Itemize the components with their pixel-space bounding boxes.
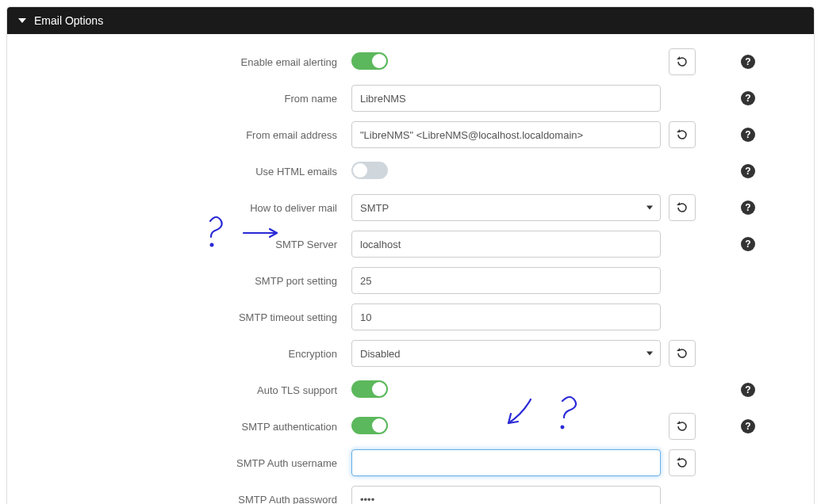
reset-button[interactable]	[669, 340, 696, 367]
row-smtp-timeout: SMTP timeout setting	[26, 304, 795, 330]
label-smtp-port: SMTP port setting	[26, 275, 343, 287]
row-smtp-auth: SMTP authentication ?	[26, 413, 795, 440]
smtp-server-input[interactable]	[351, 231, 661, 258]
label-use-html: Use HTML emails	[26, 166, 343, 178]
smtp-port-input[interactable]	[351, 267, 661, 294]
from-email-input[interactable]	[351, 121, 661, 148]
help-icon[interactable]: ?	[741, 91, 755, 105]
refresh-icon	[676, 128, 689, 141]
help-icon[interactable]: ?	[741, 419, 755, 433]
row-deliver: How to deliver mail SMTP ?	[26, 194, 795, 221]
help-icon[interactable]: ?	[741, 164, 755, 178]
encryption-select[interactable]: Disabled	[351, 340, 661, 367]
refresh-icon	[676, 347, 689, 360]
label-encryption: Encryption	[26, 348, 343, 360]
chevron-down-icon	[18, 18, 26, 23]
row-auto-tls: Auto TLS support ?	[26, 376, 795, 403]
panel-title: Email Options	[34, 14, 103, 27]
row-use-html: Use HTML emails ?	[26, 158, 795, 185]
row-auth-user: SMTP Auth username	[26, 449, 795, 476]
email-options-panel: Email Options Enable email alerting ? Fr…	[6, 6, 815, 504]
toggle-auto-tls[interactable]	[351, 380, 388, 398]
panel-header[interactable]: Email Options	[7, 7, 814, 34]
help-icon[interactable]: ?	[741, 55, 755, 69]
label-auth-pass: SMTP Auth password	[26, 494, 343, 505]
panel-body: Enable email alerting ? From name ?	[7, 34, 814, 504]
label-auto-tls: Auto TLS support	[26, 384, 343, 396]
auth-user-input[interactable]	[351, 449, 661, 476]
reset-button[interactable]	[669, 194, 696, 221]
toggle-enable-alerting[interactable]	[351, 52, 388, 70]
help-icon[interactable]: ?	[741, 383, 755, 397]
toggle-use-html[interactable]	[351, 162, 388, 179]
row-encryption: Encryption Disabled	[26, 340, 795, 367]
label-from-name: From name	[26, 93, 343, 105]
reset-button[interactable]	[669, 121, 696, 148]
row-enable-alerting: Enable email alerting ?	[26, 48, 795, 75]
help-icon[interactable]: ?	[741, 237, 755, 251]
refresh-icon	[676, 456, 689, 469]
refresh-icon	[676, 201, 689, 214]
smtp-timeout-input[interactable]	[351, 304, 661, 330]
refresh-icon	[676, 55, 689, 68]
toggle-smtp-auth[interactable]	[351, 417, 388, 434]
help-icon[interactable]: ?	[741, 128, 755, 142]
label-auth-user: SMTP Auth username	[26, 457, 343, 469]
label-smtp-timeout: SMTP timeout setting	[26, 311, 343, 323]
row-from-email: From email address ?	[26, 121, 795, 148]
reset-button[interactable]	[669, 48, 696, 75]
auth-pass-input[interactable]	[351, 486, 661, 504]
label-smtp-auth: SMTP authentication	[26, 421, 343, 433]
row-from-name: From name ?	[26, 85, 795, 112]
refresh-icon	[676, 420, 689, 433]
reset-button[interactable]	[669, 449, 696, 476]
row-auth-pass: SMTP Auth password	[26, 486, 795, 504]
row-smtp-port: SMTP port setting	[26, 267, 795, 294]
row-smtp-server: SMTP Server ?	[26, 231, 795, 258]
label-smtp-server: SMTP Server	[26, 239, 343, 250]
label-deliver: How to deliver mail	[26, 202, 343, 214]
help-icon[interactable]: ?	[741, 200, 755, 215]
deliver-select[interactable]: SMTP	[351, 194, 661, 221]
from-name-input[interactable]	[351, 85, 661, 112]
label-from-email: From email address	[26, 129, 343, 141]
label-enable-alerting: Enable email alerting	[26, 56, 343, 68]
reset-button[interactable]	[669, 413, 696, 440]
